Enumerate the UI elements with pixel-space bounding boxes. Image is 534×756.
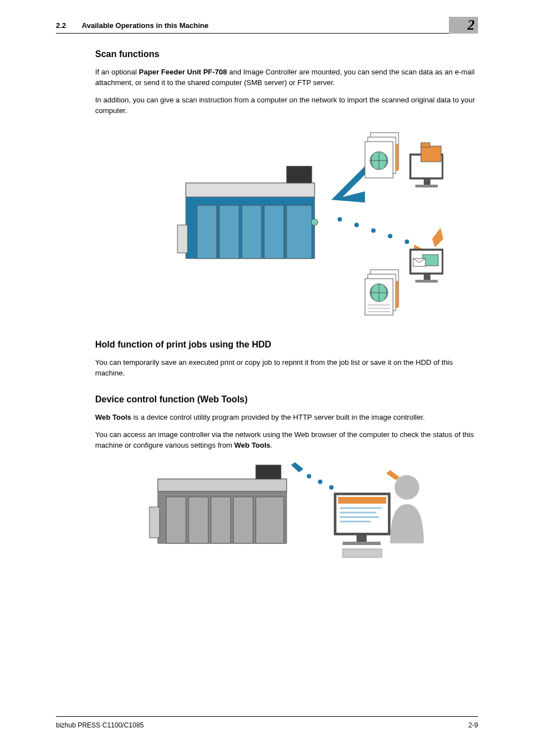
heading-scan-functions: Scan functions [95, 49, 478, 59]
svg-rect-14 [395, 144, 399, 171]
svg-rect-38 [166, 497, 186, 543]
network-dot-icon [354, 223, 359, 227]
svg-rect-42 [256, 497, 284, 543]
svg-rect-20 [415, 185, 438, 187]
footer-product: bizhub PRESS C1100/C1085 [56, 721, 144, 729]
hold-paragraph-1: You can temporarily save an executed pri… [95, 358, 478, 379]
svg-rect-53 [343, 549, 382, 557]
svg-rect-46 [338, 497, 386, 504]
scan-illustration [95, 127, 478, 323]
network-dot-icon [307, 474, 311, 478]
svg-rect-4 [219, 205, 239, 259]
scan-paragraph-2: In addition, you can give a scan instruc… [95, 95, 478, 116]
arrow-icon [291, 462, 303, 472]
network-dot-icon [388, 234, 392, 238]
svg-rect-39 [189, 497, 208, 543]
svg-rect-17 [421, 146, 441, 162]
web-tools-illustration [95, 462, 478, 569]
heading-hold-function: Hold function of print jobs using the HD… [95, 340, 478, 350]
network-dot-icon [338, 217, 342, 222]
svg-rect-34 [395, 281, 399, 308]
svg-rect-37 [256, 465, 281, 479]
svg-rect-43 [149, 507, 160, 538]
globe-document-icon [365, 270, 399, 315]
svg-rect-18 [421, 143, 430, 147]
web-paragraph-2: You can access an image controller via t… [95, 430, 478, 451]
network-dot-icon [329, 485, 334, 490]
printer-icon [149, 465, 287, 543]
scan-arrow-icon [331, 166, 365, 203]
page-footer: bizhub PRESS C1100/C1085 2-9 [56, 716, 478, 729]
network-dot-icon [405, 240, 409, 244]
svg-rect-6 [264, 205, 284, 259]
scan-paragraph-1: If an optional Paper Feeder Unit PF-708 … [95, 67, 478, 88]
svg-point-54 [395, 475, 419, 500]
svg-rect-26 [415, 280, 438, 283]
web-paragraph-1: Web Tools is a device control utility pr… [95, 412, 478, 423]
footer-page-number: 2-9 [469, 721, 478, 729]
svg-rect-5 [242, 205, 261, 259]
section-title: Available Operations in this Machine [82, 21, 208, 30]
svg-rect-41 [233, 497, 253, 543]
network-dot-icon [371, 228, 376, 233]
page-header: 2.2 Available Operations in this Machine… [0, 0, 534, 30]
footer-divider [56, 716, 478, 717]
svg-rect-36 [158, 479, 287, 491]
chapter-badge: 2 [449, 17, 478, 34]
monitor-icon [334, 493, 390, 557]
page-content: Scan functions If an optional Paper Feed… [0, 34, 534, 569]
email-monitor-icon [410, 249, 443, 283]
svg-rect-3 [197, 205, 217, 259]
header-section-info: 2.2 Available Operations in this Machine [56, 21, 208, 30]
globe-document-icon [365, 133, 399, 178]
svg-rect-51 [357, 535, 367, 542]
printer-icon [177, 166, 318, 259]
section-number: 2.2 [56, 21, 66, 30]
svg-rect-40 [211, 497, 231, 543]
svg-rect-9 [177, 225, 188, 253]
person-icon [386, 470, 424, 543]
send-arrow-icon [432, 228, 443, 247]
svg-point-8 [311, 219, 318, 226]
svg-rect-2 [287, 166, 312, 183]
network-dot-icon [318, 480, 322, 484]
folder-monitor-icon [410, 143, 443, 187]
svg-rect-1 [186, 183, 315, 197]
chapter-number: 2 [467, 17, 475, 34]
svg-rect-52 [343, 542, 381, 545]
heading-web-tools: Device control function (Web Tools) [95, 395, 478, 405]
svg-marker-55 [386, 470, 400, 480]
svg-rect-25 [424, 274, 430, 280]
svg-rect-7 [287, 205, 312, 259]
svg-rect-19 [424, 179, 430, 185]
